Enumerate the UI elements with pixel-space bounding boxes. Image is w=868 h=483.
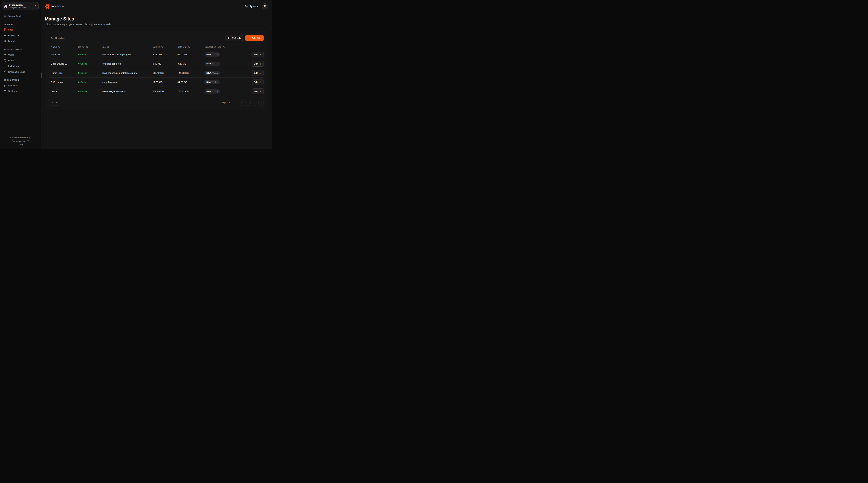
column-header-name[interactable]: Name bbox=[49, 45, 78, 48]
row-actions-menu-button[interactable]: ⋯ bbox=[243, 71, 249, 74]
sidebar-item-sites[interactable]: Sites bbox=[2, 27, 38, 32]
add-site-label: Add Site bbox=[252, 37, 261, 39]
data-in-value: 12.65 GB bbox=[153, 81, 178, 84]
sidebar-item-label: Settings bbox=[8, 90, 17, 93]
key-icon bbox=[4, 84, 6, 87]
data-out-value: 3.20 MB bbox=[178, 62, 205, 65]
community-edition-link[interactable]: Community Edition bbox=[0, 136, 41, 139]
connection-type-badge: Newtv1.3.2 bbox=[205, 62, 220, 66]
chevron-right-icon bbox=[253, 101, 256, 104]
sidebar-item-settings[interactable]: Settings bbox=[2, 89, 38, 94]
connection-type-badge: Newtv1.3.2 bbox=[205, 89, 220, 94]
refresh-label: Refresh bbox=[232, 37, 241, 39]
edit-button[interactable]: Edit bbox=[252, 70, 264, 76]
waypoints-icon bbox=[4, 34, 6, 37]
sidebar-item-api-keys[interactable]: API Keys bbox=[2, 83, 38, 88]
sidebar-item-roles[interactable]: Roles bbox=[2, 58, 38, 63]
edit-button[interactable]: Edit bbox=[252, 61, 264, 67]
search-container bbox=[49, 35, 111, 41]
edit-button[interactable]: Edit bbox=[252, 79, 264, 85]
arrow-right-icon bbox=[259, 90, 262, 93]
chevron-left-icon bbox=[247, 101, 249, 104]
row-actions-menu-button[interactable]: ⋯ bbox=[243, 53, 249, 56]
ticket-check-icon bbox=[4, 65, 6, 67]
previous-page-button[interactable] bbox=[245, 100, 250, 105]
site-name: AWS VPC bbox=[49, 53, 78, 56]
sort-icon bbox=[222, 46, 225, 48]
site-slug: fortunate-cape-fox bbox=[102, 62, 153, 65]
sidebar-item-shareable-links[interactable]: Shareable Links bbox=[2, 69, 38, 74]
row-actions-menu-button[interactable]: ⋯ bbox=[243, 62, 249, 65]
moon-icon bbox=[245, 5, 248, 8]
book-open-icon bbox=[27, 140, 29, 142]
status-badge: Online bbox=[78, 81, 102, 84]
sidebar-item-domains[interactable]: Domains bbox=[2, 38, 38, 44]
rows-per-page-value: 20 bbox=[51, 101, 54, 104]
sidebar-item-label: Domains bbox=[8, 40, 18, 42]
chevrons-left-icon bbox=[240, 101, 243, 104]
sidebar-item-label: Users bbox=[8, 54, 14, 56]
app-window: Organization milo@fossorial.io's ... Ser… bbox=[0, 0, 272, 149]
documentation-link[interactable]: Documentation bbox=[0, 139, 41, 143]
sort-icon bbox=[86, 46, 88, 48]
data-in-value: 534.98 GB bbox=[153, 90, 178, 93]
column-header-data-out[interactable]: Data Out bbox=[178, 45, 205, 48]
user-icon bbox=[4, 53, 6, 56]
search-input[interactable] bbox=[49, 35, 111, 41]
column-header-site[interactable]: Site bbox=[102, 45, 153, 48]
rows-per-page-select[interactable]: 20 bbox=[49, 100, 60, 105]
sidebar-footer: Community Edition Documentation v1.7.0 bbox=[0, 134, 41, 149]
row-actions-menu-button[interactable]: ⋯ bbox=[243, 80, 249, 84]
sort-icon bbox=[161, 46, 163, 48]
data-in-value: 5.00 MB bbox=[153, 62, 178, 65]
page-status: Page 1 of 1 bbox=[220, 101, 232, 104]
next-page-button[interactable] bbox=[252, 100, 257, 105]
connection-type-badge: Newtv1.3.2 bbox=[205, 53, 220, 57]
sidebar-item-label: Invitations bbox=[8, 65, 19, 67]
site-name: Edge Device 01 bbox=[49, 62, 78, 65]
sidebar-item-label: API Keys bbox=[8, 84, 18, 87]
avatar[interactable]: M bbox=[262, 3, 268, 9]
main-content: PANGOLIN System M Manage Sites Allow con… bbox=[41, 0, 272, 149]
first-page-button[interactable] bbox=[239, 100, 244, 105]
theme-toggle[interactable]: System bbox=[245, 5, 258, 8]
sidebar-item-invitations[interactable]: Invitations bbox=[2, 64, 38, 69]
edit-button[interactable]: Edit bbox=[252, 52, 264, 57]
add-site-button[interactable]: Add Site bbox=[245, 35, 264, 41]
table-row: Edge Device 01 Online fortunate-cape-fox… bbox=[49, 59, 264, 68]
online-dot-icon bbox=[78, 72, 79, 73]
app-version: v1.7.0 bbox=[0, 143, 41, 147]
sidebar-item-resources[interactable]: Resources bbox=[2, 33, 38, 38]
sidebar-item-users[interactable]: Users bbox=[2, 52, 38, 57]
site-name: Home Lab bbox=[49, 72, 78, 74]
column-header-connection-type[interactable]: Connection Type bbox=[205, 45, 243, 48]
connection-type-cell: Newtv1.3.2 bbox=[205, 53, 243, 57]
community-edition-label: Community Edition bbox=[10, 136, 28, 139]
last-page-button[interactable] bbox=[258, 100, 264, 105]
data-out-value: 141.68 GB bbox=[178, 72, 205, 74]
status-badge: Online bbox=[78, 62, 102, 65]
row-actions-menu-button[interactable]: ⋯ bbox=[243, 90, 249, 93]
sidebar-resize-handle[interactable] bbox=[41, 72, 42, 78]
status-badge: Online bbox=[78, 72, 102, 74]
data-out-value: 780.12 GB bbox=[178, 90, 205, 93]
data-out-value: 52.02 MB bbox=[178, 53, 205, 56]
chevrons-right-icon bbox=[260, 101, 262, 104]
combine-icon bbox=[4, 28, 6, 31]
edit-button[interactable]: Edit bbox=[252, 89, 264, 94]
sort-icon bbox=[107, 46, 109, 48]
sidebar-nav: Server Admin GENERAL Sites Resources Dom… bbox=[0, 12, 41, 134]
online-dot-icon bbox=[78, 91, 79, 92]
sites-toolbar: Refresh Add Site bbox=[49, 35, 264, 41]
connection-type-badge: Newtv1.3.2 bbox=[205, 71, 220, 75]
connection-type-cell: Newtv1.3.2 bbox=[205, 71, 243, 75]
refresh-button[interactable]: Refresh bbox=[225, 35, 243, 41]
column-header-data-in[interactable]: Data In bbox=[153, 45, 178, 48]
sidebar-item-server-admin[interactable]: Server Admin bbox=[2, 13, 38, 19]
site-slug: welcome-giant-mole-rat bbox=[102, 90, 153, 93]
sort-icon bbox=[188, 46, 190, 48]
org-selector[interactable]: Organization milo@fossorial.io's ... bbox=[2, 2, 38, 10]
sort-icon bbox=[58, 46, 60, 48]
sidebar: Organization milo@fossorial.io's ... Ser… bbox=[0, 0, 41, 149]
column-header-online[interactable]: Online bbox=[78, 45, 102, 48]
